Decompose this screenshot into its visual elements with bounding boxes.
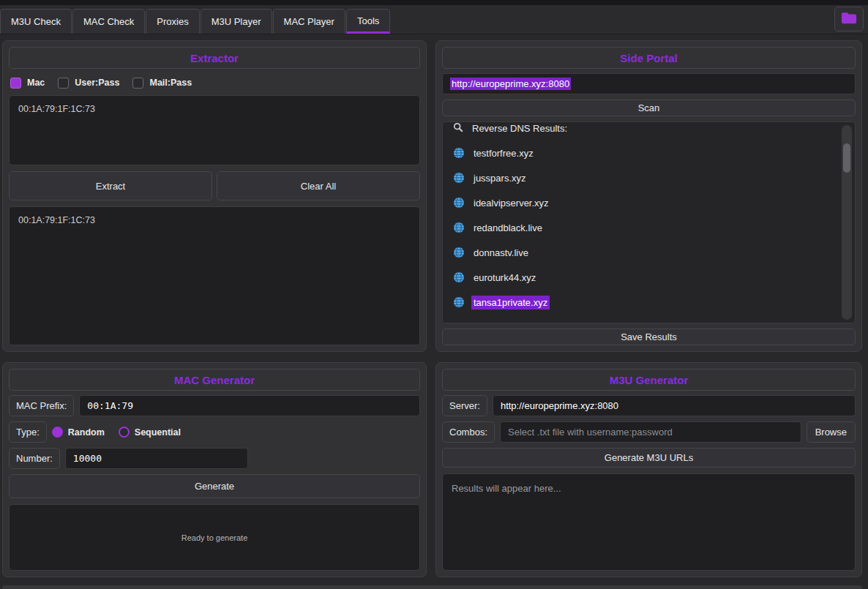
userpass-checkbox-label: User:Pass [75,78,119,88]
portal-url-input[interactable]: http://europeprime.xyz:8080 [442,73,856,94]
list-item[interactable]: euroturk44.xyz [443,265,855,290]
mac-generator-status-area: Ready to generate [9,504,420,571]
mac-type-row: Type: Random Sequential [9,421,420,443]
m3u-generator-title: M3U Generator [442,369,856,391]
clipped-next-row: ‗‗ [0,582,868,589]
list-item-selected[interactable]: tansa1private.xyz [443,290,855,315]
open-folder-button[interactable] [834,7,864,31]
random-radio-label: Random [68,427,105,438]
mailpass-checkbox-label: Mail:Pass [149,78,192,88]
random-radio[interactable] [52,427,63,438]
globe-icon [453,147,465,159]
sequential-radio-label: Sequential [135,427,181,438]
list-item[interactable]: jusspars.xyz [443,165,855,190]
mac-type-label: Type: [9,421,47,443]
side-portal-panel: Side Portal http://europeprime.xyz:8080 … [435,40,862,352]
server-input[interactable]: http://europeprime.xyz:8080 [493,395,856,416]
list-item[interactable]: donnastv.live [443,240,855,265]
m3u-results-placeholder: Results will appear here... [452,483,561,494]
extractor-mode-row: Mac User:Pass Mail:Pass [10,75,420,91]
scrollbar-thumb[interactable] [843,143,850,173]
list-item[interactable]: idealvipserver.xyz [443,190,855,215]
userpass-checkbox[interactable] [58,78,69,89]
tab-mac-check[interactable]: MAC Check [72,9,145,34]
browse-button[interactable]: Browse [807,421,856,443]
save-results-button[interactable]: Save Results [442,329,856,345]
combos-row: Combos: Select .txt file with username:p… [442,421,856,443]
sequential-radio[interactable] [119,427,130,438]
extractor-output-textarea[interactable]: 00:1A:79:1F:1C:73 [9,206,420,345]
tab-tools[interactable]: Tools [346,9,390,34]
combos-label: Combos: [442,421,495,443]
tab-proxies[interactable]: Proxies [146,9,199,34]
tab-m3u-player[interactable]: M3U Player [201,9,272,34]
clear-all-button[interactable]: Clear All [217,171,420,200]
extractor-buttons-row: Extract Clear All [9,171,420,200]
globe-icon [453,296,465,308]
list-item[interactable]: testforfree.xyz [443,140,855,165]
magnifier-icon [453,122,463,135]
results-scrollbar[interactable] [842,125,852,320]
generate-m3u-urls-button[interactable]: Generate M3U URLs [442,448,856,468]
generate-button[interactable]: Generate [9,474,420,498]
mac-number-label: Number: [9,448,60,469]
clipped-text-fragment: ‗‗ [3,584,10,589]
scan-button[interactable]: Scan [442,100,856,116]
mac-generator-panel: MAC Generator MAC Prefix: 00:1A:79 Type:… [2,362,427,577]
dns-results-rows: Reverse DNS Results: testforfree.xyz jus… [443,121,855,315]
list-item[interactable]: redandblack.live [443,215,855,240]
combos-file-input[interactable]: Select .txt file with username:password [500,421,801,443]
tab-mac-player[interactable]: MAC Player [273,9,345,34]
extractor-title: Extractor [9,47,420,69]
mac-generator-status-text: Ready to generate [182,533,248,542]
extract-button[interactable]: Extract [9,171,212,200]
server-row: Server: http://europeprime.xyz:8080 [442,395,856,416]
m3u-generator-panel: M3U Generator Server: http://europeprime… [435,362,862,577]
window-title-strip [0,0,868,5]
dns-results-header-row: Reverse DNS Results: [443,121,855,140]
extractor-panel: Extractor Mac User:Pass Mail:Pass 00:1A:… [2,40,427,352]
folder-icon [841,12,857,27]
portal-url-selected-text: http://europeprime.xyz:8080 [450,78,571,90]
tab-m3u-check[interactable]: M3U Check [0,9,72,34]
extractor-input-textarea[interactable]: 00:1A:79:1F:1C:73 [9,95,420,165]
mailpass-checkbox[interactable] [132,78,143,89]
mac-prefix-input[interactable]: 00:1A:79 [79,395,420,416]
dns-results-list[interactable]: Reverse DNS Results: testforfree.xyz jus… [442,121,856,323]
globe-icon [453,247,465,258]
mac-prefix-row: MAC Prefix: 00:1A:79 [9,395,420,416]
globe-icon [453,197,465,209]
mac-prefix-label: MAC Prefix: [9,395,74,416]
globe-icon [453,172,465,184]
m3u-results-area[interactable]: Results will appear here... [442,473,856,571]
mac-number-input[interactable]: 10000 [65,448,248,469]
globe-icon [453,222,465,233]
side-portal-title: Side Portal [442,47,856,69]
mac-checkbox-label: Mac [27,78,45,88]
mac-checkbox[interactable] [10,78,21,89]
clipped-panel-edge [2,585,862,589]
mac-number-row: Number: 10000 [9,448,420,469]
server-label: Server: [442,395,487,416]
tab-bar: M3U Check MAC Check Proxies M3U Player M… [0,5,868,34]
globe-icon [453,271,465,283]
mac-generator-title: MAC Generator [9,369,420,391]
